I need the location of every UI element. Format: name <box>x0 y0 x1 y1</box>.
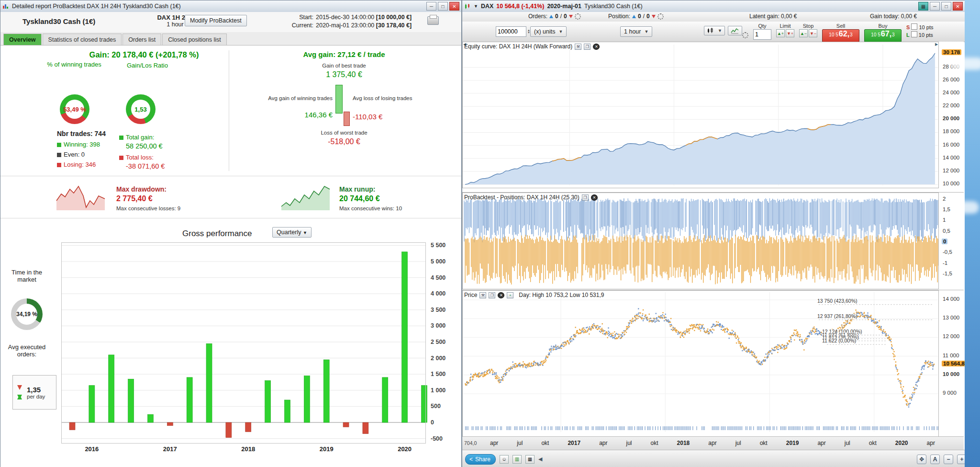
timeline-label[interactable]: jul <box>626 440 632 446</box>
positions-chart[interactable] <box>462 193 941 289</box>
close-icon[interactable]: ✕ <box>449 2 459 11</box>
timeline-label[interactable]: okt <box>541 440 549 446</box>
minimize-icon[interactable]: ─ <box>930 2 940 11</box>
limit-preset-checkbox[interactable] <box>911 31 917 37</box>
report-window: Detailed report ProBacktest DAX 1H 24H T… <box>0 0 462 467</box>
position-gear-icon[interactable] <box>657 13 664 20</box>
window-icon[interactable]: ❐ <box>584 44 590 50</box>
dax-titlebar[interactable]: ▼ DAX 10 564,8 (-1,41%) 2020-maj-01 Tysk… <box>462 0 965 12</box>
add-indicator-icon[interactable]: + <box>507 292 513 298</box>
close-panel-icon[interactable]: ✕ <box>593 44 600 50</box>
chart-type-button[interactable]: ▼ <box>704 26 725 35</box>
gross-performance-chart[interactable]: 5 5005 0004 5004 0003 5003 0002 5002 000… <box>61 242 457 456</box>
indicators-button[interactable] <box>728 26 742 35</box>
tab-statistics[interactable]: Statistics of closed trades <box>43 34 122 45</box>
stop-sell-icon[interactable]: ▼− <box>809 29 817 37</box>
timeline-label[interactable]: apr <box>817 440 825 446</box>
timeline-label[interactable]: apr <box>927 440 935 446</box>
backtest-chart-icon[interactable]: ▥ <box>512 455 522 464</box>
orders-gear-icon[interactable] <box>575 13 581 20</box>
axis-label: 11 000 <box>943 353 959 358</box>
day-high-low: Day: High 10 753,2 Low 10 531,9 <box>519 292 604 298</box>
max-runup-value: 20 744,60 € <box>339 194 380 203</box>
close-panel-icon[interactable]: ✕ <box>591 194 598 201</box>
stop-buy-icon[interactable]: ▲− <box>799 29 808 37</box>
tab-overview[interactable]: Overview <box>3 34 42 45</box>
workspace-grid-icon[interactable]: ▦ <box>918 2 928 11</box>
timeline-label[interactable]: okt <box>651 440 658 446</box>
cloud <box>955 201 979 214</box>
maximize-icon[interactable]: □ <box>438 2 448 11</box>
pan-hand-icon[interactable]: ✥ <box>917 455 926 464</box>
time-axis[interactable]: 704,0 aprjulokt2017aprjulokt2018aprjulok… <box>462 436 964 450</box>
last-price: 10 564,8 (-1,41%) <box>496 3 544 10</box>
timeline-label[interactable]: apr <box>599 440 607 446</box>
order-settings-gear-icon[interactable] <box>742 32 748 38</box>
svg-text:2020: 2020 <box>398 445 412 453</box>
price-panel-title: Price ⚒ ❐ ✕ + Day: High 10 753,2 Low 10 … <box>464 292 604 298</box>
wrench-icon[interactable]: ⚒ <box>479 292 486 298</box>
timeline-label[interactable]: okt <box>760 440 768 446</box>
axis-label: 10 564,8 <box>942 361 965 366</box>
svg-text:2016: 2016 <box>85 445 99 453</box>
axis-label: 0 <box>942 239 947 244</box>
zoom-in-icon[interactable]: + <box>957 455 965 464</box>
symbol-dropdown-icon[interactable]: ▼ <box>474 4 478 9</box>
timeframe-select[interactable]: 1 hour▼ <box>620 26 652 37</box>
max-drawdown-icon <box>56 182 106 211</box>
trader-profile-icon[interactable]: ☺ <box>500 455 509 464</box>
quantity-input[interactable] <box>496 26 526 37</box>
section-divider-2 <box>0 218 461 218</box>
performance-period-dropdown[interactable]: Quarterly ▼ <box>272 227 312 238</box>
timeline-label[interactable]: jul <box>517 440 523 446</box>
minimize-icon[interactable]: ─ <box>426 2 436 11</box>
price-chart[interactable] <box>462 290 941 437</box>
tab-orders-list[interactable]: Orders list <box>122 34 161 45</box>
gain-today: Gain today: 0,00 € <box>870 13 917 20</box>
tab-closed-positions[interactable]: Closed positions list <box>162 34 226 45</box>
timeline-label[interactable]: 2018 <box>677 440 690 446</box>
timeline-label[interactable]: jul <box>735 440 741 446</box>
axis-label: -0,5 <box>943 249 952 255</box>
scroll-right-icon[interactable]: ▶ <box>935 42 938 46</box>
stop-preset-checkbox[interactable] <box>911 23 917 30</box>
print-icon[interactable] <box>427 16 439 25</box>
time-in-market-value: 34,19 % <box>11 298 43 330</box>
svg-text:500: 500 <box>431 403 441 410</box>
equity-curve-chart[interactable] <box>462 42 941 191</box>
share-button[interactable]: <Share <box>465 454 496 465</box>
max-runup-icon <box>280 182 331 211</box>
buy-button[interactable]: 10 567,3 <box>864 29 902 42</box>
timeline-label[interactable]: jul <box>845 440 850 446</box>
limit-buy-icon[interactable]: ▲+ <box>776 29 785 37</box>
timeline-label[interactable]: apr <box>708 440 716 446</box>
report-header: Tyskland30 Cash (1€) DAX 1H 24H 1 hour M… <box>0 12 461 33</box>
report-titlebar[interactable]: Detailed report ProBacktest DAX 1H 24H T… <box>0 0 461 12</box>
close-icon[interactable]: ✕ <box>953 2 963 11</box>
quote-date: 2020-maj-01 <box>547 3 581 10</box>
timeline-label[interactable]: 2020 <box>895 440 908 446</box>
timeline-label[interactable]: okt <box>869 440 877 446</box>
axis-label: 14 000 <box>943 155 959 160</box>
limit-sell-icon[interactable]: ▼+ <box>786 29 794 37</box>
window-icon[interactable]: ❐ <box>582 194 589 201</box>
wrench-icon[interactable]: ⚒ <box>575 44 581 50</box>
winning-pct-value: 53,49 % <box>60 94 89 124</box>
scroll-back-icon[interactable]: ◀ <box>538 456 542 462</box>
sell-button[interactable]: 10 562,3 <box>822 29 859 42</box>
start-capital: [10 000,00 €] <box>376 14 412 21</box>
max-consecutive-losses: Max consecutive losses: 9 <box>116 205 180 211</box>
qty-input[interactable] <box>753 29 771 40</box>
units-select[interactable]: (x) units▼ <box>530 26 567 37</box>
window-icon[interactable]: ❐ <box>489 292 495 298</box>
close-panel-icon[interactable]: ✕ <box>498 292 504 298</box>
timeline-label[interactable]: 2017 <box>568 440 580 446</box>
timeline-label[interactable]: 2019 <box>786 440 799 446</box>
current-capital: [30 178,40 €] <box>376 22 412 29</box>
zoom-out-icon[interactable]: − <box>944 455 953 464</box>
calendar-icon[interactable]: ▦ <box>525 455 535 464</box>
maximize-icon[interactable]: □ <box>941 2 951 11</box>
timeline-label[interactable]: apr <box>490 440 498 446</box>
modify-probacktest-button[interactable]: Modify ProBacktest <box>185 15 247 26</box>
auto-zoom-icon[interactable]: A <box>930 455 940 464</box>
